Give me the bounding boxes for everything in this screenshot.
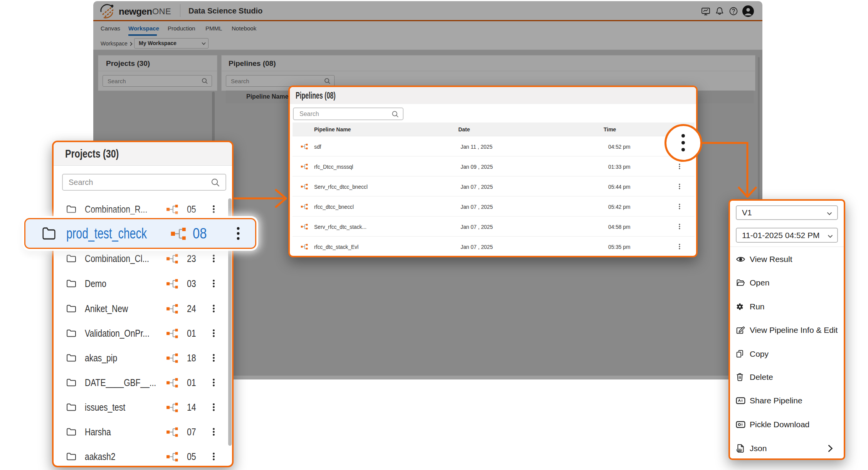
svg-text:JSON: JSON	[737, 449, 742, 451]
